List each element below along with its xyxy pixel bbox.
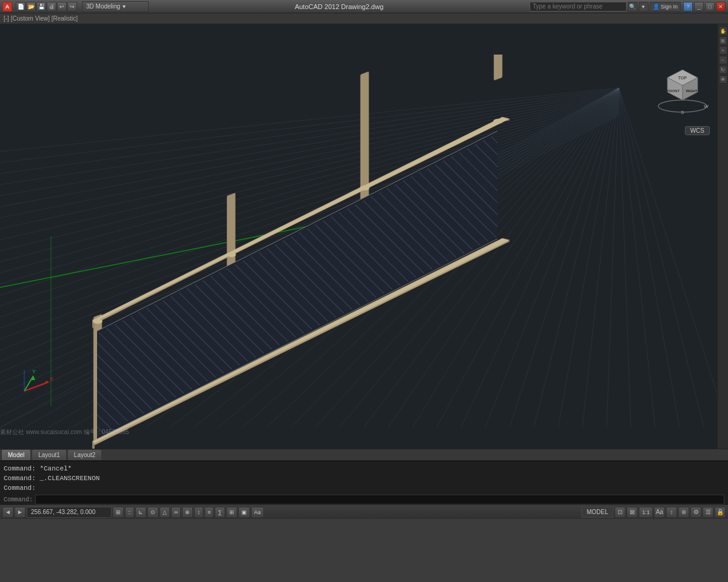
workspace-selector: 3D Modeling ▾	[82, 1, 149, 12]
svg-text:W: W	[704, 104, 709, 109]
ucs-icon: X Y	[18, 364, 55, 400]
coordinates-display: 256.667, -43.282, 0.000	[27, 507, 112, 518]
open-btn[interactable]: 📂	[26, 2, 36, 12]
pan-tool[interactable]: ✋	[719, 27, 727, 35]
app-icon[interactable]: A	[2, 2, 12, 12]
annotation-scale[interactable]: Aa	[654, 507, 665, 518]
command-area: Command: *Cancel* Command: _.CLEANSCREEN…	[0, 461, 728, 504]
svg-text:S: S	[681, 110, 684, 115]
tab-model[interactable]: Model	[1, 449, 31, 460]
svg-text:RIGHT: RIGHT	[686, 89, 698, 93]
hardware-icon[interactable]: ⚙	[690, 507, 701, 518]
svg-text:TOP: TOP	[678, 76, 687, 80]
isolate-icon[interactable]: ⊛	[678, 507, 689, 518]
tpmode-toggle[interactable]: ∑	[215, 507, 224, 518]
titlebar: A 📄 📂 💾 🖨 ↩ ↪ 3D Modeling ▾ AutoCAD 2012…	[0, 0, 728, 13]
layout-tabs: Model Layout1 Layout2	[0, 449, 728, 461]
viewport[interactable]: S W TOP RIGHT FRONT WCS X Y	[0, 24, 728, 449]
viewport-header: [-] [Custom View] [Realistic]	[0, 13, 728, 24]
vp-icon1[interactable]: ⊡	[615, 507, 625, 518]
svg-marker-19	[231, 198, 364, 372]
zoom-out[interactable]: −	[719, 56, 727, 64]
search-dropdown[interactable]: ▾	[639, 2, 649, 12]
search-input[interactable]	[530, 2, 627, 12]
help-button[interactable]: ?	[683, 2, 693, 12]
lock-icon[interactable]: 🔒	[715, 507, 726, 518]
ducs-toggle[interactable]: ⊕	[182, 507, 193, 518]
title-left: A 📄 📂 💾 🖨 ↩ ↪ 3D Modeling ▾	[2, 1, 149, 12]
workspace-label: 3D Modeling	[86, 3, 120, 10]
svg-point-29	[493, 119, 503, 124]
search-area: 🔍 ▾ 👤 Sign In	[530, 2, 681, 12]
sync-scale[interactable]: ↕	[666, 507, 677, 518]
new-btn[interactable]: 📄	[16, 2, 25, 12]
selection-toggle[interactable]: ▣	[238, 507, 250, 518]
tab-layout2[interactable]: Layout2	[67, 449, 103, 460]
qproperties[interactable]: ⊞	[226, 507, 237, 518]
command-input[interactable]	[35, 495, 724, 504]
snap-toggle[interactable]: ⊞	[113, 507, 124, 518]
polar-toggle[interactable]: ⊙	[147, 507, 158, 518]
right-panel: ✋ ⊞ + − ↻ 👁	[717, 24, 728, 449]
cmd-line-2: Command: _.CLEANSCREENON	[4, 473, 724, 483]
sign-in-label: Sign In	[661, 4, 678, 10]
zoom-extents[interactable]: ⊞	[719, 36, 727, 45]
vp-icon2[interactable]: ⊠	[627, 507, 638, 518]
undo-btn[interactable]: ↩	[57, 2, 67, 12]
workspace-combo[interactable]: 3D Modeling ▾	[82, 1, 149, 12]
sb-left-arrow[interactable]: ◄	[2, 507, 13, 518]
svg-point-28	[360, 186, 369, 190]
cmd-line-1: Command: *Cancel*	[4, 464, 724, 473]
fence-3d-model	[49, 55, 655, 449]
svg-rect-6	[360, 72, 369, 202]
svg-text:FRONT: FRONT	[667, 89, 680, 93]
svg-rect-7	[494, 55, 502, 81]
restore-button[interactable]: □	[705, 2, 715, 12]
svg-text:X: X	[50, 376, 53, 382]
svg-marker-15	[97, 264, 231, 439]
svg-point-27	[226, 252, 236, 257]
dyn-toggle[interactable]: ↕	[194, 507, 203, 518]
sb-right-arrow[interactable]: ►	[15, 507, 25, 518]
lweight-toggle[interactable]: ≡	[204, 507, 214, 518]
quick-tools: 📄 📂 💾 🖨 ↩ ↪	[16, 2, 77, 12]
viewport-label: [-] [Custom View] [Realistic]	[4, 15, 78, 22]
svg-point-26	[93, 319, 103, 324]
command-input-row: Command:	[4, 494, 724, 504]
svg-text:Y: Y	[32, 369, 36, 375]
window-controls: ? _ □ ✕	[683, 2, 726, 12]
grid-toggle[interactable]: ::	[125, 507, 134, 518]
window-title: AutoCAD 2012 Drawing2.dwg	[149, 3, 530, 10]
tab-layout1[interactable]: Layout1	[32, 449, 67, 460]
user-icon: 👤	[653, 4, 659, 10]
print-btn[interactable]: 🖨	[47, 2, 56, 12]
ortho-toggle[interactable]: ⊾	[135, 507, 146, 518]
search-button[interactable]: 🔍	[628, 2, 638, 12]
workspace-icon[interactable]: ☰	[703, 507, 713, 518]
redo-btn[interactable]: ↪	[67, 2, 77, 12]
look[interactable]: 👁	[719, 75, 727, 84]
viewcube[interactable]: S W TOP RIGHT FRONT	[655, 61, 710, 115]
annotation-toggle[interactable]: Aa	[251, 507, 264, 518]
command-prompt: Command:	[4, 497, 33, 503]
svg-line-39	[24, 382, 49, 391]
cmd-line-3: Command:	[4, 483, 724, 493]
zoom-in[interactable]: +	[719, 46, 727, 55]
osnap-toggle[interactable]: △	[160, 507, 170, 518]
minimize-button[interactable]: _	[694, 2, 704, 12]
save-btn[interactable]: 💾	[36, 2, 46, 12]
model-label: MODEL	[581, 507, 614, 518]
sign-in-btn[interactable]: 👤 Sign In	[650, 2, 681, 12]
workspace-dropdown-icon: ▾	[123, 3, 126, 10]
otrack-toggle[interactable]: ∞	[171, 507, 181, 518]
wcs-label[interactable]: WCS	[685, 126, 710, 135]
scale-label[interactable]: 1:1	[639, 507, 653, 518]
statusbar: ◄ ► 256.667, -43.282, 0.000 ⊞ :: ⊾ ⊙ △ ∞…	[0, 504, 728, 519]
close-button[interactable]: ✕	[716, 2, 726, 12]
orbit[interactable]: ↻	[719, 65, 727, 74]
